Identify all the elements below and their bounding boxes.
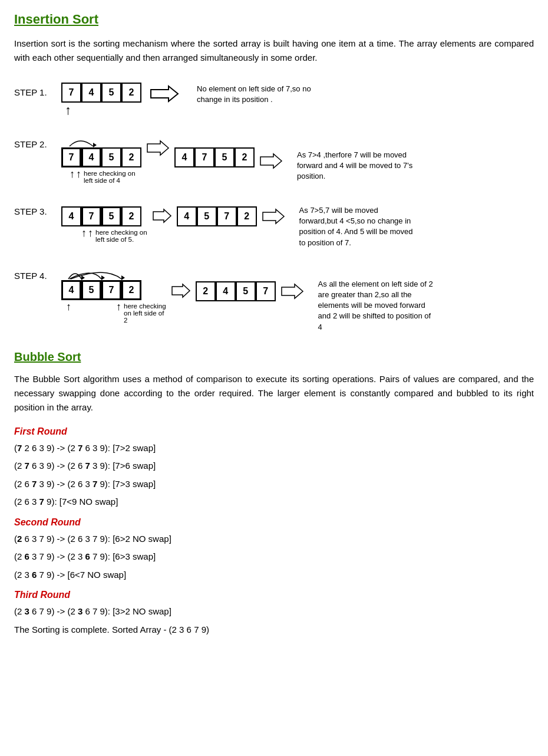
- step-4-arrow2: [282, 266, 303, 301]
- cell: 7: [194, 147, 214, 167]
- cell: 4: [61, 206, 81, 226]
- cell: 7: [256, 281, 276, 301]
- step-2-label: STEP 2.: [14, 134, 57, 149]
- step-3-arrow2: [263, 202, 284, 226]
- cell: 2: [196, 281, 216, 301]
- step-4-annotation: As all the element on left side of 2 are…: [318, 266, 436, 333]
- second-round-line-3: (2 3 6 7 9) -> [6<7 NO swap]: [14, 568, 534, 582]
- cell: 5: [81, 280, 101, 300]
- second-round-line-1: (2 6 3 7 9) -> (2 6 3 7 9): [6>2 NO swap…: [14, 533, 534, 546]
- cell: 7: [61, 147, 81, 167]
- cell: 7: [61, 83, 81, 103]
- step-2-first-array: 7 4 5 2 ↑ ↑ here checking onleft side of…: [61, 134, 141, 184]
- cell: 5: [101, 83, 121, 103]
- svg-marker-6: [121, 275, 125, 280]
- step-4-arrow1: [172, 266, 190, 300]
- step-3-row: STEP 3. 4 7 5 2 ↑ ↑ here checking onleft…: [14, 202, 534, 248]
- step-3-checking: here checking onleft side of 5.: [95, 229, 147, 243]
- step-4-first-array: 4 5 7 2 ↑ ↑ here checkingon left side of…: [61, 266, 166, 324]
- step-3-second-array: 4 5 7 2: [177, 202, 257, 226]
- step-1-arrow-up: ↑: [65, 104, 71, 117]
- cell: 5: [197, 206, 217, 226]
- step-3-first-array: 4 7 5 2 ↑ ↑ here checking onleft side of…: [61, 202, 147, 243]
- step-2-second-array: 4 7 5 2: [174, 134, 255, 167]
- cell: 4: [61, 280, 81, 300]
- step-1-annotation: No element on left side of 7,so no chang…: [197, 83, 315, 105]
- svg-marker-4: [153, 209, 171, 222]
- cell-highlight: 4: [81, 147, 101, 167]
- insertion-sort-description: Insertion sort is the sorting mechanism …: [14, 37, 534, 65]
- cell: 2: [121, 83, 141, 103]
- svg-marker-5: [263, 209, 284, 223]
- cell: 4: [81, 83, 101, 103]
- step-4-row: STEP 4. 4 5: [14, 266, 534, 333]
- svg-marker-10: [282, 284, 303, 298]
- first-round-line-1: (7 2 6 3 9) -> (2 7 6 3 9): [7>2 swap]: [14, 442, 534, 455]
- cell-highlight: 2: [121, 280, 141, 300]
- cell: 2: [121, 206, 141, 226]
- step-3-arrow1: [153, 202, 171, 225]
- step-4-second-array: 2 4 5 7: [196, 266, 276, 301]
- cell: 5: [236, 281, 256, 301]
- cell: 4: [216, 281, 236, 301]
- conclusion: The Sorting is complete. Sorted Array - …: [14, 623, 534, 637]
- step-3-annotation: As 7>5,7 will be moved forward,but 4 <5,…: [299, 202, 417, 248]
- third-round-title: Third Round: [14, 590, 534, 600]
- insertion-sort-diagram: STEP 1. 7 4 5 2 ↑ No element on: [14, 83, 534, 333]
- step-1-row: STEP 1. 7 4 5 2 ↑ No element on: [14, 83, 534, 117]
- cell: 7: [101, 280, 121, 300]
- first-round-line-3: (2 6 7 3 9) -> (2 6 3 7 9): [7>3 swap]: [14, 478, 534, 491]
- cell: 7: [217, 206, 237, 226]
- insertion-sort-title: Insertion Sort: [14, 12, 534, 27]
- cell-highlight: 7: [81, 206, 101, 226]
- bubble-sort-description: The Bubble Sort algorithm uses a method …: [14, 372, 534, 415]
- svg-marker-3: [260, 154, 282, 168]
- svg-marker-2: [147, 141, 169, 155]
- first-round-title: First Round: [14, 426, 534, 437]
- svg-marker-8: [81, 275, 85, 280]
- bubble-sort-title: Bubble Sort: [14, 350, 534, 364]
- cell: 2: [237, 206, 257, 226]
- step-4-label: STEP 4.: [14, 266, 57, 281]
- step-3-label: STEP 3.: [14, 202, 57, 216]
- cell: 4: [174, 147, 194, 167]
- first-round-line-4: (2 6 3 7 9): [7<9 NO swap]: [14, 495, 534, 509]
- svg-marker-0: [151, 86, 178, 101]
- cell: 5: [214, 147, 235, 167]
- cell: 5: [101, 147, 121, 167]
- svg-marker-7: [101, 275, 105, 280]
- step-2-checking: here checking onleft side of 4: [84, 170, 136, 184]
- cell: 2: [121, 147, 141, 167]
- second-round-title: Second Round: [14, 517, 534, 528]
- third-round-line-1: (2 3 6 7 9) -> (2 3 6 7 9): [3>2 NO swap…: [14, 605, 534, 619]
- cell: 2: [235, 147, 255, 167]
- step-2-arrow1: [147, 134, 169, 157]
- svg-marker-1: [93, 143, 97, 147]
- cell-highlight2: 5: [101, 206, 121, 226]
- step-2-arrow2: [260, 134, 282, 170]
- svg-marker-9: [172, 284, 190, 297]
- step-1-arrow-right: [151, 83, 178, 103]
- step-1-label: STEP 1.: [14, 83, 57, 97]
- step-2-row: STEP 2. 7 4 5 2: [14, 134, 534, 184]
- first-round-line-2: (2 7 6 3 9) -> (2 6 7 3 9): [7>6 swap]: [14, 459, 534, 473]
- cell: 4: [177, 206, 197, 226]
- step-4-checking: here checkingon left side of2: [124, 303, 166, 324]
- step-1-array: 7 4 5 2 ↑: [61, 83, 141, 117]
- step-2-annotation: As 7>4 ,therfore 7 will be moved forward…: [297, 134, 415, 182]
- second-round-line-2: (2 6 3 7 9) -> (2 3 6 7 9): [6>3 swap]: [14, 550, 534, 564]
